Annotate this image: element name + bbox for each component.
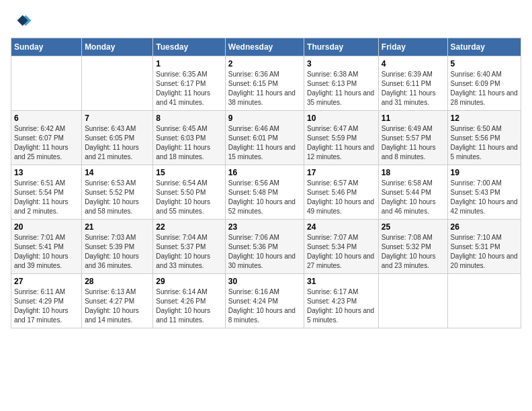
logo [11, 11, 35, 32]
weekday-header-monday: Monday [82, 38, 153, 56]
header [11, 11, 521, 32]
calendar-cell: 12Sunrise: 6:50 AMSunset: 5:56 PMDayligh… [447, 111, 521, 165]
day-number: 1 [156, 59, 222, 68]
calendar-cell: 15Sunrise: 6:54 AMSunset: 5:50 PMDayligh… [153, 165, 225, 220]
day-info: Sunrise: 6:56 AMSunset: 5:48 PMDaylight:… [228, 179, 301, 216]
day-info: Sunrise: 6:39 AMSunset: 6:11 PMDaylight:… [382, 70, 445, 107]
day-number: 28 [85, 277, 150, 286]
weekday-header-sunday: Sunday [11, 38, 82, 56]
calendar-cell: 20Sunrise: 7:01 AMSunset: 5:41 PMDayligh… [11, 220, 82, 274]
day-number: 19 [451, 168, 518, 177]
calendar-cell: 28Sunrise: 6:13 AMSunset: 4:27 PMDayligh… [82, 274, 153, 328]
calendar-cell: 21Sunrise: 7:03 AMSunset: 5:39 PMDayligh… [82, 220, 153, 274]
day-number: 6 [14, 113, 79, 123]
day-number: 22 [156, 222, 222, 232]
day-info: Sunrise: 7:01 AMSunset: 5:41 PMDaylight:… [14, 233, 79, 271]
day-number: 9 [228, 113, 301, 123]
calendar-cell: 6Sunrise: 6:42 AMSunset: 6:07 PMDaylight… [11, 111, 82, 165]
calendar-cell: 7Sunrise: 6:43 AMSunset: 6:05 PMDaylight… [82, 111, 153, 165]
weekday-header-thursday: Thursday [304, 38, 379, 56]
day-number: 4 [382, 59, 445, 68]
day-info: Sunrise: 7:08 AMSunset: 5:32 PMDaylight:… [382, 233, 445, 271]
day-number: 12 [451, 113, 518, 123]
weekday-header-wednesday: Wednesday [225, 38, 304, 56]
calendar-cell [82, 56, 153, 111]
calendar-cell: 10Sunrise: 6:47 AMSunset: 5:59 PMDayligh… [304, 111, 379, 165]
day-info: Sunrise: 6:38 AMSunset: 6:13 PMDaylight:… [307, 70, 375, 107]
calendar-cell: 13Sunrise: 6:51 AMSunset: 5:54 PMDayligh… [11, 165, 82, 220]
day-number: 7 [85, 113, 150, 123]
day-number: 20 [14, 222, 79, 232]
calendar-cell: 9Sunrise: 6:46 AMSunset: 6:01 PMDaylight… [225, 111, 304, 165]
calendar-cell: 22Sunrise: 7:04 AMSunset: 5:37 PMDayligh… [153, 220, 225, 274]
calendar-cell: 26Sunrise: 7:10 AMSunset: 5:31 PMDayligh… [447, 220, 521, 274]
day-number: 21 [85, 222, 150, 232]
calendar-cell: 30Sunrise: 6:16 AMSunset: 4:24 PMDayligh… [225, 274, 304, 328]
day-number: 23 [228, 222, 301, 232]
day-info: Sunrise: 7:10 AMSunset: 5:31 PMDaylight:… [451, 233, 518, 271]
calendar-cell: 23Sunrise: 7:06 AMSunset: 5:36 PMDayligh… [225, 220, 304, 274]
day-number: 2 [228, 59, 301, 68]
day-number: 14 [85, 168, 150, 177]
day-number: 18 [382, 168, 445, 177]
day-number: 5 [451, 59, 518, 68]
day-info: Sunrise: 6:51 AMSunset: 5:54 PMDaylight:… [14, 179, 79, 216]
weekday-header-friday: Friday [378, 38, 447, 56]
day-info: Sunrise: 6:49 AMSunset: 5:57 PMDaylight:… [382, 124, 445, 162]
calendar-cell: 14Sunrise: 6:53 AMSunset: 5:52 PMDayligh… [82, 165, 153, 220]
day-info: Sunrise: 7:04 AMSunset: 5:37 PMDaylight:… [156, 233, 222, 271]
calendar-cell: 25Sunrise: 7:08 AMSunset: 5:32 PMDayligh… [378, 220, 447, 274]
calendar-cell [447, 274, 521, 328]
day-number: 30 [228, 277, 301, 286]
day-info: Sunrise: 6:57 AMSunset: 5:46 PMDaylight:… [307, 179, 375, 216]
day-number: 17 [307, 168, 375, 177]
calendar-cell: 17Sunrise: 6:57 AMSunset: 5:46 PMDayligh… [304, 165, 379, 220]
calendar-cell: 29Sunrise: 6:14 AMSunset: 4:26 PMDayligh… [153, 274, 225, 328]
calendar-cell: 3Sunrise: 6:38 AMSunset: 6:13 PMDaylight… [304, 56, 379, 111]
day-info: Sunrise: 6:40 AMSunset: 6:09 PMDaylight:… [451, 70, 518, 107]
day-info: Sunrise: 7:03 AMSunset: 5:39 PMDaylight:… [85, 233, 150, 271]
day-info: Sunrise: 6:11 AMSunset: 4:29 PMDaylight:… [14, 287, 79, 325]
day-info: Sunrise: 7:07 AMSunset: 5:34 PMDaylight:… [307, 233, 375, 271]
day-number: 25 [382, 222, 445, 232]
calendar-cell: 24Sunrise: 7:07 AMSunset: 5:34 PMDayligh… [304, 220, 379, 274]
day-number: 8 [156, 113, 222, 123]
day-info: Sunrise: 6:42 AMSunset: 6:07 PMDaylight:… [14, 124, 79, 162]
weekday-header-saturday: Saturday [447, 38, 521, 56]
day-number: 26 [451, 222, 518, 232]
day-number: 3 [307, 59, 375, 68]
day-info: Sunrise: 6:45 AMSunset: 6:03 PMDaylight:… [156, 124, 222, 162]
logo-icon [11, 11, 32, 32]
day-info: Sunrise: 6:16 AMSunset: 4:24 PMDaylight:… [228, 287, 301, 325]
day-info: Sunrise: 6:54 AMSunset: 5:50 PMDaylight:… [156, 179, 222, 216]
day-number: 27 [14, 277, 79, 286]
calendar-cell: 8Sunrise: 6:45 AMSunset: 6:03 PMDaylight… [153, 111, 225, 165]
day-number: 15 [156, 168, 222, 177]
day-info: Sunrise: 6:47 AMSunset: 5:59 PMDaylight:… [307, 124, 375, 162]
day-info: Sunrise: 6:17 AMSunset: 4:23 PMDaylight:… [307, 287, 375, 325]
calendar-cell: 31Sunrise: 6:17 AMSunset: 4:23 PMDayligh… [304, 274, 379, 328]
calendar-cell: 27Sunrise: 6:11 AMSunset: 4:29 PMDayligh… [11, 274, 82, 328]
day-info: Sunrise: 6:50 AMSunset: 5:56 PMDaylight:… [451, 124, 518, 162]
calendar-cell [378, 274, 447, 328]
calendar-cell: 5Sunrise: 6:40 AMSunset: 6:09 PMDaylight… [447, 56, 521, 111]
day-number: 24 [307, 222, 375, 232]
calendar-cell: 18Sunrise: 6:58 AMSunset: 5:44 PMDayligh… [378, 165, 447, 220]
day-info: Sunrise: 7:00 AMSunset: 5:43 PMDaylight:… [451, 179, 518, 216]
day-number: 16 [228, 168, 301, 177]
day-info: Sunrise: 6:43 AMSunset: 6:05 PMDaylight:… [85, 124, 150, 162]
day-info: Sunrise: 6:14 AMSunset: 4:26 PMDaylight:… [156, 287, 222, 325]
calendar-cell: 4Sunrise: 6:39 AMSunset: 6:11 PMDaylight… [378, 56, 447, 111]
day-number: 13 [14, 168, 79, 177]
day-info: Sunrise: 6:36 AMSunset: 6:15 PMDaylight:… [228, 70, 301, 107]
day-info: Sunrise: 6:58 AMSunset: 5:44 PMDaylight:… [382, 179, 445, 216]
calendar-cell: 1Sunrise: 6:35 AMSunset: 6:17 PMDaylight… [153, 56, 225, 111]
calendar-cell [11, 56, 82, 111]
calendar-cell: 2Sunrise: 6:36 AMSunset: 6:15 PMDaylight… [225, 56, 304, 111]
calendar-cell: 16Sunrise: 6:56 AMSunset: 5:48 PMDayligh… [225, 165, 304, 220]
day-number: 31 [307, 277, 375, 286]
day-info: Sunrise: 6:35 AMSunset: 6:17 PMDaylight:… [156, 70, 222, 107]
calendar-cell: 11Sunrise: 6:49 AMSunset: 5:57 PMDayligh… [378, 111, 447, 165]
day-number: 29 [156, 277, 222, 286]
day-info: Sunrise: 6:53 AMSunset: 5:52 PMDaylight:… [85, 179, 150, 216]
